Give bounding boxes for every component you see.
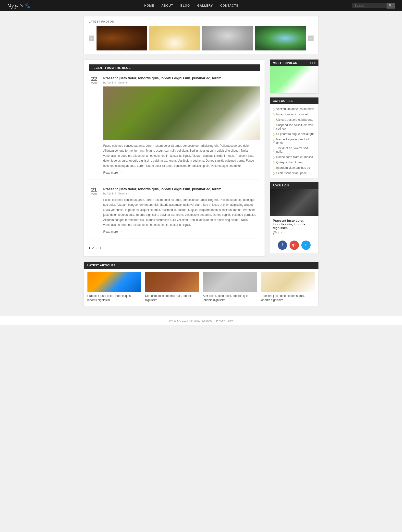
article-3: Aler esent, justo dolor, lobortis quis, … bbox=[203, 272, 257, 302]
pagination-3[interactable]: 3 bbox=[96, 246, 97, 250]
focus-post-title: Praesent justo dolor, lobortis quis, lob… bbox=[273, 219, 316, 230]
post-1-day: 22 bbox=[89, 76, 100, 82]
post-2-meta: by Admin in General bbox=[103, 192, 260, 195]
post-2-read-more[interactable]: Read more → bbox=[103, 230, 260, 234]
facebook-icon: f bbox=[282, 243, 283, 247]
category-6[interactable]: ❯ Nam elit agna,endrerit sit amet bbox=[273, 137, 316, 145]
cat-arrow-3: ❯ bbox=[273, 119, 275, 121]
facebook-button[interactable]: f bbox=[278, 241, 287, 250]
main-content: RECENT FROM THE BLOG 22 MAR Praesent jus… bbox=[84, 59, 265, 257]
nav-about[interactable]: ABOUT bbox=[161, 4, 173, 7]
cat-arrow-9: ❯ bbox=[273, 161, 275, 164]
photo-image-3 bbox=[202, 26, 253, 50]
site-logo: My pets 🐾 bbox=[7, 3, 30, 9]
search-icon: 🔍 bbox=[389, 4, 393, 8]
category-3[interactable]: ❯ Ultrices posuere cubilia urae bbox=[273, 117, 316, 122]
dot-1 bbox=[310, 62, 311, 64]
post-2-content: Praesent justo dolor, lobortis quis, lob… bbox=[103, 187, 260, 234]
latest-photos-title: LATEST PHOTOS bbox=[89, 20, 314, 23]
nav-blog[interactable]: BLOG bbox=[181, 4, 190, 7]
blog-post-2: 21 MAR Praesent justo dolor, lobortis qu… bbox=[89, 187, 260, 239]
nav-gallery[interactable]: GALLERY bbox=[197, 4, 213, 7]
category-11[interactable]: ❯ Scelerisque vitae, pede bbox=[273, 170, 316, 176]
focus-on-content: Praesent justo dolor, lobortis quis, lob… bbox=[270, 216, 318, 238]
photos-next-button[interactable]: » bbox=[308, 36, 314, 41]
comment-count: 115 bbox=[278, 231, 282, 235]
read-more-1-arrow: → bbox=[119, 171, 122, 175]
category-3-label: Ultrices posuere cubilia urae bbox=[276, 118, 313, 121]
category-4[interactable]: ❯ Suspendisse sollicitudin velit sed leo bbox=[273, 122, 316, 131]
cat-arrow-7: ❯ bbox=[273, 149, 275, 151]
article-3-title: Aler esent, justo dolor, lobortis quis, … bbox=[203, 294, 257, 302]
focus-cat-image bbox=[270, 189, 318, 216]
cat-arrow-8: ❯ bbox=[273, 156, 275, 158]
article-3-image bbox=[203, 272, 257, 292]
article-4: Praesent justo dolor, lobortis quis, lob… bbox=[261, 272, 315, 302]
post-2-month: MAR bbox=[89, 193, 100, 195]
most-popular-label: MOST POPULAR bbox=[273, 61, 298, 64]
blog-post-1: 22 MAR Praesent justo dolor, lobortis qu… bbox=[89, 76, 260, 180]
cat-arrow-2: ❯ bbox=[273, 113, 275, 116]
categories-list: ❯ Vestibulum anne ipsum prinis ❯ In fauc… bbox=[270, 104, 318, 178]
category-8[interactable]: ❯ Donec porta diam eu massa bbox=[273, 154, 316, 160]
pagination-1[interactable]: 1 bbox=[89, 246, 90, 250]
post-2-day: 21 bbox=[89, 187, 100, 193]
post-2-title: Praesent justo dolor, lobortis quis, lob… bbox=[103, 187, 260, 191]
focus-on-label: FOCUS ON bbox=[273, 184, 289, 187]
footer-copyright: My pets © 2014 All Rights Reserved bbox=[169, 319, 212, 322]
site-header: My pets 🐾 HOME ABOUT BLOG GALLERY CONTAC… bbox=[0, 0, 402, 11]
latest-photos-section: LATEST PHOTOS « » bbox=[84, 16, 319, 54]
photos-grid bbox=[94, 26, 308, 50]
post-1-read-more[interactable]: Read more → bbox=[103, 171, 260, 175]
photos-prev-button[interactable]: « bbox=[89, 36, 94, 41]
category-4-label: Suspendisse sollicitudin velit sed leo bbox=[276, 123, 316, 130]
main-wrapper: LATEST PHOTOS « » REC bbox=[84, 11, 319, 311]
search-input[interactable] bbox=[352, 3, 387, 8]
post-2-date: 21 MAR bbox=[89, 187, 100, 195]
category-2[interactable]: ❯ In faucibus orci luctus et bbox=[273, 112, 316, 117]
latest-articles-section: LATEST ARTICLES Praesent justo dolor, lo… bbox=[84, 262, 319, 306]
category-1[interactable]: ❯ Vestibulum anne ipsum prinis bbox=[273, 106, 316, 112]
latest-articles-title: LATEST ARTICLES bbox=[84, 262, 318, 269]
main-nav: HOME ABOUT BLOG GALLERY CONTACTS bbox=[144, 4, 238, 7]
post-1-month: MAR bbox=[89, 82, 100, 84]
article-1-image bbox=[87, 272, 142, 292]
article-2: Sed usto dolor, lobortis quis, lobortis … bbox=[145, 272, 199, 302]
dot-2 bbox=[312, 62, 313, 64]
twitter-button[interactable]: t bbox=[301, 241, 311, 250]
category-9[interactable]: ❯ Quisque diam lorem bbox=[273, 160, 316, 165]
logo-text: My pets bbox=[7, 3, 23, 9]
cat-arrow-11: ❯ bbox=[273, 172, 275, 175]
photo-thumb-1 bbox=[97, 26, 147, 50]
category-10[interactable]: ❯ Interdum vitae,dapibus ac bbox=[273, 165, 316, 170]
photo-image-1 bbox=[97, 26, 147, 50]
nav-home[interactable]: HOME bbox=[144, 4, 154, 7]
post-1-img bbox=[103, 86, 260, 140]
category-7[interactable]: ❯ Tincidunt ac, viverra sed, nulla bbox=[273, 145, 316, 154]
category-6-label: Nam elit agna,endrerit sit amet bbox=[276, 138, 316, 145]
photos-slider: « » bbox=[89, 26, 314, 50]
pagination-2[interactable]: 2 bbox=[92, 246, 94, 250]
search-button[interactable]: 🔍 bbox=[387, 3, 395, 9]
category-1-label: Vestibulum anne ipsum prinis bbox=[276, 107, 315, 111]
nav-contacts[interactable]: CONTACTS bbox=[220, 4, 238, 7]
article-2-title: Sed usto dolor, lobortis quis, lobortis … bbox=[145, 294, 199, 302]
post-1-image bbox=[103, 86, 260, 140]
privacy-policy-link[interactable]: Privacy Policy bbox=[216, 319, 233, 322]
photo-image-4 bbox=[255, 26, 306, 50]
google-plus-button[interactable]: g+ bbox=[290, 241, 299, 250]
photo-thumb-4 bbox=[255, 26, 306, 50]
categories-box: CATEGORIES ❯ Vestibulum anne ipsum prini… bbox=[270, 97, 319, 178]
pagination-4[interactable]: 4 bbox=[99, 246, 101, 250]
article-1: Praesent justo dolor, lobortis quis, lob… bbox=[87, 272, 142, 302]
photo-thumb-3 bbox=[202, 26, 253, 50]
comment-icon: 💬 bbox=[273, 231, 277, 235]
post-1-meta: by Admin in General bbox=[103, 81, 260, 84]
category-5[interactable]: ❯ Ut pharetra augue nec augue bbox=[273, 131, 316, 137]
cat-arrow-4: ❯ bbox=[273, 126, 275, 128]
focus-comments: 💬 115 bbox=[273, 231, 316, 235]
category-9-label: Quisque diam lorem bbox=[276, 161, 303, 164]
category-5-label: Ut pharetra augue nec augue bbox=[276, 132, 315, 136]
logo-paw: 🐾 bbox=[24, 3, 30, 9]
read-more-2-arrow: → bbox=[119, 230, 122, 234]
